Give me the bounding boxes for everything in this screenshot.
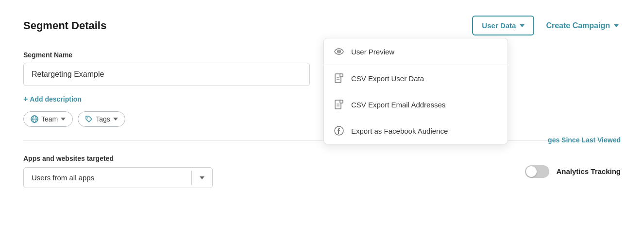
facebook-icon [334, 125, 344, 136]
document-icon [334, 73, 344, 84]
team-label: Team [41, 115, 58, 123]
dropdown-item-facebook[interactable]: Export as Facebook Audience [324, 118, 508, 144]
chevron-down-icon [113, 118, 118, 121]
tag-icon [85, 115, 93, 123]
apps-select-arrow[interactable] [191, 171, 212, 185]
create-campaign-button[interactable]: Create Campaign [544, 17, 621, 35]
page-title: Segment Details [23, 19, 106, 32]
apps-select-text: Users from all apps [24, 168, 191, 188]
analytics-label: Analytics Tracking [556, 167, 621, 175]
tags-button[interactable]: Tags [78, 111, 125, 127]
add-description-label: Add description [30, 95, 82, 103]
pages-link-text: ges Since Last Viewed [548, 136, 621, 144]
svg-point-5 [339, 51, 340, 52]
header-buttons: User Data Create Campaign [472, 16, 621, 35]
svg-rect-8 [340, 74, 343, 77]
analytics-tracking-section: Analytics Tracking [525, 165, 621, 178]
eye-icon [334, 46, 344, 57]
create-campaign-label: Create Campaign [546, 21, 610, 30]
dropdown-facebook-label: Export as Facebook Audience [351, 127, 448, 135]
add-description-link[interactable]: + Add description [23, 95, 621, 104]
analytics-toggle[interactable] [525, 165, 549, 178]
svg-rect-13 [340, 100, 343, 103]
user-data-label: User Data [482, 21, 516, 30]
apps-select[interactable]: Users from all apps [23, 167, 213, 188]
svg-point-3 [87, 118, 88, 119]
plus-icon: + [23, 95, 28, 104]
segment-name-label: Segment Name [23, 51, 621, 59]
toggle-knob [526, 166, 537, 177]
chevron-down-icon [614, 24, 619, 27]
user-data-dropdown: User Preview CSV Export User Data [323, 38, 508, 144]
chevron-down-icon [200, 176, 204, 179]
team-button[interactable]: Team [23, 111, 73, 127]
dropdown-csv-email-label: CSV Export Email Addresses [351, 101, 445, 109]
header-row: Segment Details User Data Create Campaig… [23, 16, 621, 35]
pages-since-last-viewed-link[interactable]: ges Since Last Viewed [548, 136, 621, 144]
document-icon-2 [334, 99, 344, 110]
apps-section: Apps and websites targeted Users from al… [23, 155, 621, 188]
apps-label: Apps and websites targeted [23, 155, 213, 162]
dropdown-csv-user-data-label: CSV Export User Data [351, 74, 424, 83]
user-data-button[interactable]: User Data [472, 16, 534, 35]
dropdown-item-user-preview[interactable]: User Preview [324, 38, 508, 65]
apps-left: Apps and websites targeted Users from al… [23, 155, 213, 188]
dropdown-item-csv-user-data[interactable]: CSV Export User Data [324, 65, 508, 91]
chevron-down-icon [520, 24, 525, 27]
segment-name-input[interactable] [23, 63, 310, 86]
tags-label: Tags [96, 115, 110, 123]
globe-icon [31, 115, 38, 123]
tag-buttons-row: Team Tags [23, 111, 621, 127]
dropdown-item-csv-email[interactable]: CSV Export Email Addresses [324, 91, 508, 118]
dropdown-user-preview-label: User Preview [351, 48, 394, 56]
section-divider [23, 140, 621, 141]
segment-name-section: Segment Name [23, 51, 621, 86]
chevron-down-icon [61, 118, 66, 121]
